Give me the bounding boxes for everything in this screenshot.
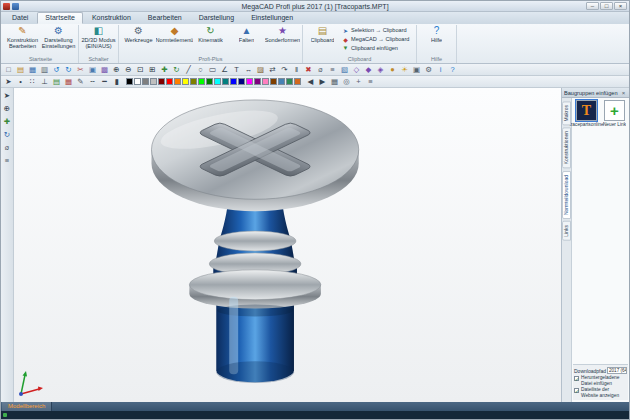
color-by-layer-icon[interactable]: ▦: [63, 77, 74, 87]
zoom-in-icon[interactable]: ⊕: [111, 65, 122, 75]
ribbon-button[interactable]: ⚙ Werkzeuge: [121, 25, 156, 43]
ribbon-button[interactable]: ✎ Konstruktion Bearbeiten: [5, 25, 40, 49]
color-swatch[interactable]: [238, 78, 245, 85]
ribbon-tab[interactable]: Bearbeiten: [140, 12, 190, 24]
panel-tab[interactable]: Makros: [562, 101, 571, 125]
panel-tab[interactable]: Konstruktionen: [562, 127, 571, 168]
color-swatch[interactable]: [126, 78, 133, 85]
color-swatch[interactable]: [174, 78, 181, 85]
model-space-tab[interactable]: Modellbereich: [2, 402, 52, 411]
ribbon-button[interactable]: ↻ Kinematik: [193, 25, 228, 43]
info-icon[interactable]: i: [435, 65, 446, 75]
ribbon-button[interactable]: ◧ 2D/3D Modus (EIN/AUS): [81, 25, 116, 49]
minimize-button[interactable]: –: [586, 2, 599, 10]
ribbon-button[interactable]: ▲ Falten: [229, 25, 264, 43]
color-swatch[interactable]: [142, 78, 149, 85]
measure-icon[interactable]: ⌀: [315, 65, 326, 75]
color-swatch[interactable]: [182, 78, 189, 85]
download-path-value[interactable]: 2017 (64) Profi plus\Downloads: [607, 367, 627, 374]
redo-icon[interactable]: ↻: [63, 65, 74, 75]
mirror-icon[interactable]: ‖: [291, 65, 302, 75]
text-icon[interactable]: T: [231, 65, 242, 75]
layers-icon[interactable]: ≡: [327, 65, 338, 75]
color-swatch[interactable]: [270, 78, 277, 85]
measure-tool-icon[interactable]: ⌀: [2, 143, 12, 153]
settings-icon[interactable]: ⚙: [423, 65, 434, 75]
checkbox-icon[interactable]: [574, 388, 579, 393]
clipboard-menu-item[interactable]: ➤ Selektion → Clipboard: [342, 26, 414, 34]
copy-icon[interactable]: ▣: [87, 65, 98, 75]
zoom-window-icon[interactable]: ⊡: [135, 65, 146, 75]
group-icon[interactable]: ▧: [339, 65, 350, 75]
ribbon-tab[interactable]: Darstellung: [191, 12, 242, 24]
linetype-icon[interactable]: ╌: [87, 77, 98, 87]
selection-arrow-icon[interactable]: ➤: [3, 77, 14, 87]
cut-icon[interactable]: ✂: [75, 65, 86, 75]
tile-new-link[interactable]: + Neuer Link: [602, 100, 627, 127]
attributes-icon[interactable]: ≡: [365, 77, 376, 87]
color-swatch[interactable]: [278, 78, 285, 85]
download-option[interactable]: Heruntergeladene Datei einfügen: [574, 375, 627, 386]
grid-toggle-icon[interactable]: ▦: [329, 77, 340, 87]
color-swatch[interactable]: [166, 78, 173, 85]
paste-icon[interactable]: ▩: [99, 65, 110, 75]
light-icon[interactable]: ☀: [399, 65, 410, 75]
coordinates-icon[interactable]: +: [353, 77, 364, 87]
undo-icon[interactable]: ↺: [51, 65, 62, 75]
ribbon-tab[interactable]: Startseite: [37, 12, 83, 24]
panel-close-icon[interactable]: ×: [620, 90, 627, 96]
ribbon-tab[interactable]: Einstellungen: [243, 12, 301, 24]
zoom-all-icon[interactable]: ⊞: [147, 65, 158, 75]
clipboard-menu-item[interactable]: ◆ MegaCAD → Clipboard: [342, 35, 414, 43]
color-swatch[interactable]: [158, 78, 165, 85]
view-3d-icon[interactable]: ◇: [351, 65, 362, 75]
polyline-icon[interactable]: ∠: [219, 65, 230, 75]
panel-tab[interactable]: Normteildownload: [562, 171, 571, 219]
color-swatch[interactable]: [254, 78, 261, 85]
orbit-tool-icon[interactable]: ↻: [2, 130, 12, 140]
close-button[interactable]: ×: [614, 2, 627, 10]
camera-icon[interactable]: ▣: [411, 65, 422, 75]
color-swatch[interactable]: [294, 78, 301, 85]
zoom-previous-icon[interactable]: ◀: [305, 77, 316, 87]
pen-style-icon[interactable]: ✎: [75, 77, 86, 87]
zoom-out-icon[interactable]: ⊖: [123, 65, 134, 75]
ribbon-button[interactable]: ⚙ Darstellung Einstellungen: [41, 25, 76, 49]
color-swatch[interactable]: [134, 78, 141, 85]
maximize-button[interactable]: □: [600, 2, 613, 10]
layers-tool-icon[interactable]: ≡: [2, 156, 12, 166]
layer-current-icon[interactable]: ▤: [51, 77, 62, 87]
ortho-icon[interactable]: ⊥: [39, 77, 50, 87]
zoom-next-icon[interactable]: ▶: [317, 77, 328, 87]
hatch-icon[interactable]: ▨: [255, 65, 266, 75]
color-swatch[interactable]: [246, 78, 253, 85]
snap-grid-icon[interactable]: ∷: [27, 77, 38, 87]
delete-icon[interactable]: ✖: [303, 65, 314, 75]
pan-tool-icon[interactable]: ✚: [2, 117, 12, 127]
clipboard-big-button[interactable]: ▤ Clipboard: [305, 25, 340, 43]
print-icon[interactable]: ▥: [39, 65, 50, 75]
ribbon-tab[interactable]: Datei: [4, 12, 36, 24]
rectangle-icon[interactable]: ▭: [207, 65, 218, 75]
dimension-icon[interactable]: ↔: [243, 65, 254, 75]
tile-tracepartsonline[interactable]: T tracepartsonline: [574, 100, 599, 127]
circle-icon[interactable]: ○: [195, 65, 206, 75]
save-icon[interactable]: ▦: [27, 65, 38, 75]
redraw-icon[interactable]: ↻: [171, 65, 182, 75]
help-button[interactable]: ? Hilfe: [419, 25, 454, 43]
ribbon-tab[interactable]: Konstruktion: [84, 12, 139, 24]
render-icon[interactable]: ●: [387, 65, 398, 75]
select-tool-icon[interactable]: ➤: [2, 91, 12, 101]
color-swatch[interactable]: [198, 78, 205, 85]
snap-point-icon[interactable]: •: [15, 77, 26, 87]
linewidth-icon[interactable]: ━: [99, 77, 110, 87]
osnap-toggle-icon[interactable]: ◎: [341, 77, 352, 87]
quick-save-icon[interactable]: [12, 3, 19, 10]
ribbon-button[interactable]: ★ Sonderformen: [265, 25, 300, 43]
line-icon[interactable]: ╱: [183, 65, 194, 75]
pan-icon[interactable]: ✚: [159, 65, 170, 75]
panel-tab[interactable]: Links: [562, 221, 571, 241]
color-swatch[interactable]: [190, 78, 197, 85]
color-swatch[interactable]: [150, 78, 157, 85]
color-swatch[interactable]: [286, 78, 293, 85]
